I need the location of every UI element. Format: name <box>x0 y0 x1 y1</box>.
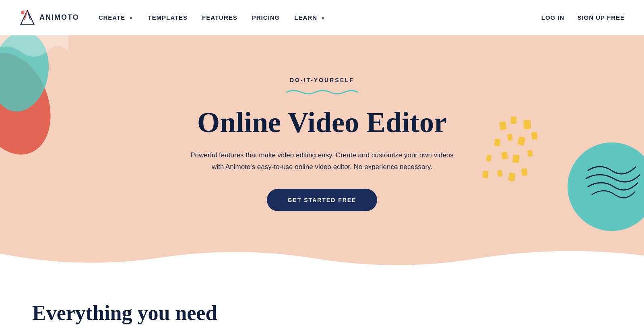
chevron-down-icon: ▼ <box>129 16 133 21</box>
dots-decoration <box>475 114 555 237</box>
logo-text: ANIMOTO <box>39 13 79 22</box>
squiggle-decoration <box>286 88 358 95</box>
svg-rect-18 <box>527 150 533 157</box>
blob-decoration-left <box>0 35 68 162</box>
svg-rect-22 <box>521 168 528 176</box>
nav-pricing-link[interactable]: PRICING <box>252 14 280 21</box>
nav-learn-link[interactable]: LEARN ▼ <box>294 14 325 21</box>
logo-link[interactable]: ANIMOTO <box>19 10 79 26</box>
hero-content: DO-IT-YOURSELF Online Video Editor Power… <box>169 45 475 260</box>
svg-rect-9 <box>510 116 517 124</box>
hero-description: Powerful features that make video editin… <box>185 150 459 173</box>
svg-rect-19 <box>482 171 489 178</box>
svg-rect-11 <box>494 138 500 146</box>
svg-point-4 <box>23 10 25 12</box>
nav-item-learn[interactable]: LEARN ▼ <box>294 14 325 21</box>
bottom-title: Everything you need to create stunning v… <box>32 301 233 330</box>
svg-rect-16 <box>501 151 508 160</box>
bottom-section: Everything you need to create stunning v… <box>0 269 644 330</box>
nav-create-link[interactable]: CREATE ▼ <box>99 14 134 21</box>
login-link[interactable]: LOG IN <box>541 14 565 21</box>
navbar: ANIMOTO CREATE ▼ TEMPLATES FEATURES <box>0 0 644 35</box>
svg-rect-13 <box>518 136 526 146</box>
nav-item-templates[interactable]: TEMPLATES <box>148 14 188 21</box>
hero-eyebrow: DO-IT-YOURSELF <box>185 77 459 83</box>
nav-templates-link[interactable]: TEMPLATES <box>148 14 188 21</box>
nav-item-pricing[interactable]: PRICING <box>252 14 280 21</box>
navbar-left: ANIMOTO CREATE ▼ TEMPLATES FEATURES <box>19 10 325 26</box>
nav-item-features[interactable]: FEATURES <box>202 14 237 21</box>
nav-item-create[interactable]: CREATE ▼ <box>99 14 134 21</box>
svg-rect-21 <box>508 173 516 182</box>
svg-rect-15 <box>486 155 492 162</box>
svg-rect-12 <box>507 134 513 141</box>
nav-features-link[interactable]: FEATURES <box>202 14 237 21</box>
chevron-down-icon: ▼ <box>321 16 325 21</box>
svg-rect-10 <box>523 120 531 129</box>
logo-icon <box>19 10 35 26</box>
svg-rect-17 <box>512 155 520 163</box>
signup-link[interactable]: SIGN UP FREE <box>577 14 625 21</box>
hero-section: DO-IT-YOURSELF Online Video Editor Power… <box>0 35 644 269</box>
navbar-right: LOG IN SIGN UP FREE <box>541 14 625 21</box>
hero-title: Online Video Editor <box>185 107 459 138</box>
svg-rect-20 <box>497 170 503 177</box>
get-started-button[interactable]: GET STARTED FREE <box>267 189 378 211</box>
svg-rect-8 <box>499 121 507 130</box>
svg-rect-14 <box>531 132 538 140</box>
nav-links: CREATE ▼ TEMPLATES FEATURES PRICING <box>99 14 325 21</box>
